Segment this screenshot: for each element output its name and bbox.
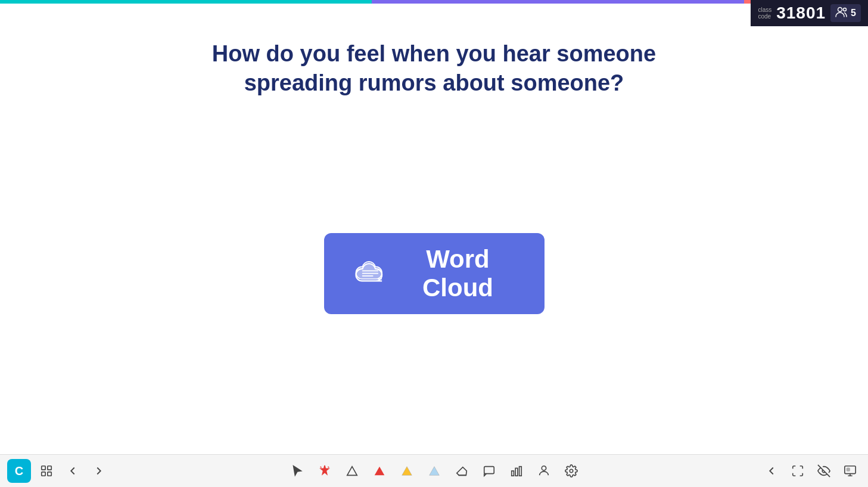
svg-rect-8 (48, 472, 51, 476)
chart-icon (510, 464, 523, 477)
question-title: How do you feel when you hear someone sp… (166, 39, 702, 98)
triangle-red-icon (373, 464, 386, 477)
grid-icon (40, 464, 53, 477)
fullscreen-icon (791, 464, 804, 477)
svg-rect-5 (42, 466, 45, 470)
toolbar-left: C (7, 459, 110, 483)
word-cloud-button[interactable]: Word Cloud (324, 233, 545, 314)
bottom-toolbar: C (0, 454, 868, 487)
svg-rect-6 (48, 466, 51, 470)
svg-rect-7 (42, 472, 45, 476)
word-cloud-label: Word Cloud (402, 245, 515, 302)
eraser-button[interactable] (451, 460, 472, 482)
svg-rect-14 (515, 468, 518, 476)
magic-tool-button[interactable] (314, 460, 335, 482)
screen-button[interactable] (839, 460, 861, 482)
settings-icon (565, 464, 578, 477)
hide-button[interactable] (813, 460, 835, 482)
comment-button[interactable] (478, 460, 500, 482)
back-button[interactable] (62, 460, 83, 482)
eraser-icon (455, 464, 468, 477)
class-code-badge: class code 31801 5 (751, 0, 868, 26)
magic-icon (318, 464, 331, 477)
person-icon (537, 464, 550, 477)
participants-icon (835, 7, 848, 20)
main-content: How do you feel when you hear someone sp… (0, 4, 868, 455)
fullscreen-button[interactable] (787, 460, 808, 482)
settings-button[interactable] (561, 460, 582, 482)
svg-line-9 (320, 467, 321, 468)
cursor-tool-button[interactable] (287, 460, 308, 482)
triangle-outline-icon (346, 464, 359, 477)
forward-button[interactable] (88, 460, 110, 482)
svg-rect-13 (511, 471, 514, 476)
nav-back-button[interactable] (761, 460, 782, 482)
svg-rect-20 (847, 468, 850, 471)
triangle-highlight-button[interactable] (424, 460, 445, 482)
svg-line-10 (328, 467, 329, 468)
triangle-highlight-icon (428, 464, 441, 477)
class-label-line1: class (758, 7, 771, 13)
toolbar-right (761, 460, 861, 482)
participants-badge: 5 (830, 4, 861, 22)
cursor-icon (291, 464, 304, 477)
hide-icon (817, 464, 830, 477)
comment-icon (483, 464, 496, 477)
svg-rect-19 (845, 466, 855, 474)
svg-rect-15 (519, 467, 521, 476)
screen-icon (844, 464, 857, 477)
svg-point-0 (838, 8, 842, 12)
back-arrow-icon (66, 464, 79, 477)
nav-back-icon (765, 464, 778, 477)
triangle-yellow-icon (400, 464, 413, 477)
chart-button[interactable] (506, 460, 527, 482)
class-label-line2: code (758, 13, 771, 20)
word-cloud-icon (354, 259, 390, 289)
toolbar-center (287, 460, 582, 482)
svg-rect-12 (484, 467, 494, 474)
triangle-outline-button[interactable] (341, 460, 363, 482)
grid-button[interactable] (36, 460, 57, 482)
svg-point-1 (844, 8, 847, 11)
svg-point-17 (570, 469, 573, 473)
svg-point-16 (542, 466, 546, 470)
logo-button[interactable]: C (7, 459, 31, 483)
forward-arrow-icon (92, 464, 105, 477)
triangle-red-button[interactable] (369, 460, 390, 482)
logo-letter: C (15, 464, 23, 478)
person-button[interactable] (533, 460, 555, 482)
triangle-yellow-button[interactable] (396, 460, 418, 482)
participants-count: 5 (851, 8, 856, 18)
class-code-number: 31801 (776, 4, 826, 23)
